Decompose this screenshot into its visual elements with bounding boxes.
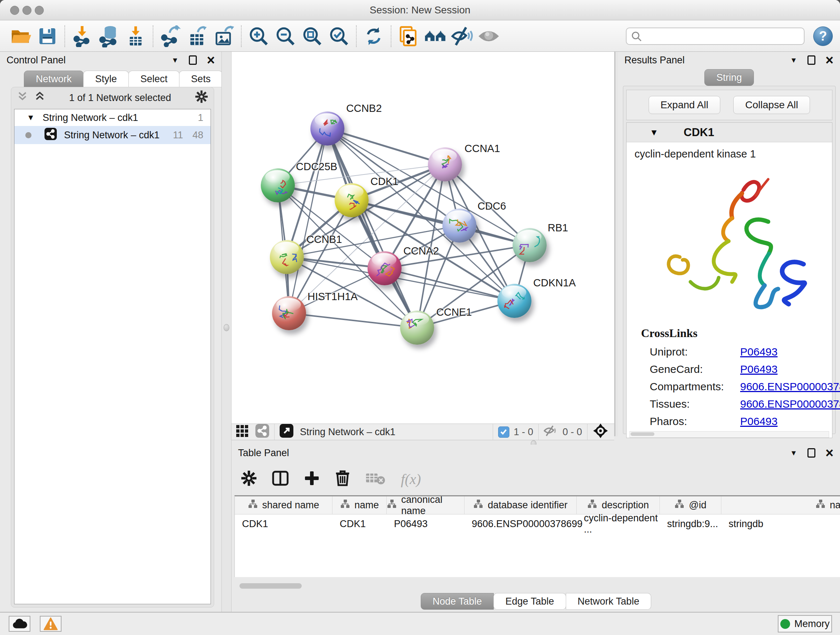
save-session-icon[interactable]	[34, 23, 61, 49]
selected-items-checkbox[interactable]	[498, 426, 509, 438]
delete-column-icon[interactable]	[335, 470, 350, 488]
column-header-database-identifier[interactable]: database identifier	[464, 496, 576, 514]
tab-select[interactable]: Select	[128, 71, 180, 87]
table-cell[interactable]: stringdb:9...	[660, 515, 722, 533]
help-button[interactable]: ?	[813, 27, 833, 46]
network-collection-row[interactable]: ▼ String Network – cdk1 1	[14, 109, 210, 126]
close-panel-icon[interactable]: ×	[207, 53, 215, 67]
new-network-from-selection-icon[interactable]	[395, 23, 422, 49]
show-columns-icon[interactable]	[272, 470, 289, 488]
table-cell[interactable]: cyclin-dependent ...	[576, 515, 660, 533]
crosslink-value-link[interactable]: P06493	[740, 363, 777, 375]
hidden-items-eye-icon[interactable]	[544, 424, 558, 440]
import-network-file-icon[interactable]	[69, 23, 95, 49]
close-panel-icon[interactable]: ×	[826, 53, 834, 67]
network-node[interactable]	[497, 284, 531, 318]
crosslink-value-link[interactable]: P06493	[740, 415, 777, 428]
collapse-all-button[interactable]: Collapse All	[733, 96, 810, 114]
import-table-file-icon[interactable]	[122, 23, 149, 49]
open-session-icon[interactable]	[7, 23, 34, 49]
network-edge[interactable]	[327, 128, 445, 165]
network-node[interactable]	[310, 111, 344, 146]
hide-selected-icon[interactable]	[448, 23, 475, 49]
zoom-selected-icon[interactable]	[325, 23, 352, 49]
close-panel-icon[interactable]: ×	[826, 446, 834, 460]
network-node[interactable]	[261, 168, 295, 203]
expand-all-button[interactable]: Expand All	[649, 96, 720, 114]
network-node[interactable]	[272, 296, 306, 330]
crosslink-value-link[interactable]: 9606.ENSP00000378699	[740, 398, 840, 410]
panel-menu-icon[interactable]: ▼	[790, 449, 797, 457]
entry-expander-icon[interactable]: ▼	[650, 127, 658, 138]
tab-string[interactable]: String	[704, 69, 754, 86]
zoom-in-icon[interactable]	[245, 23, 272, 49]
string-network-badge-icon[interactable]	[256, 424, 269, 440]
column-header-name[interactable]: name	[332, 496, 387, 514]
tab-network-table[interactable]: Network Table	[566, 593, 652, 610]
create-column-icon[interactable]	[304, 470, 320, 488]
crosslink-value-link[interactable]: P06493	[740, 346, 777, 358]
tab-edge-table[interactable]: Edge Table	[493, 593, 566, 610]
collection-expander-icon[interactable]: ▼	[27, 113, 35, 122]
cloud-services-button[interactable]	[9, 616, 30, 632]
birdseye-view-icon[interactable]	[592, 423, 608, 441]
grid-view-icon[interactable]	[236, 424, 249, 440]
warnings-button[interactable]	[40, 616, 62, 632]
zoom-fit-icon[interactable]	[299, 23, 325, 49]
float-panel-icon[interactable]	[807, 448, 815, 458]
show-all-icon[interactable]	[475, 23, 502, 49]
panel-menu-icon[interactable]: ▼	[790, 56, 797, 65]
import-network-database-icon[interactable]	[95, 23, 122, 49]
network-node[interactable]	[400, 310, 434, 345]
network-node[interactable]	[428, 147, 462, 181]
network-edge[interactable]	[289, 128, 327, 313]
network-node[interactable]	[442, 209, 477, 242]
detach-view-icon[interactable]	[279, 424, 294, 440]
delete-table-icon[interactable]	[365, 471, 386, 487]
table-row[interactable]: CDK1CDK1P064939606.ENSP00000378699cyclin…	[235, 515, 840, 533]
export-table-icon[interactable]	[184, 23, 210, 49]
memory-button[interactable]: Memory	[778, 615, 832, 632]
expand-all-networks-icon[interactable]	[34, 91, 45, 105]
network-node[interactable]	[368, 251, 401, 285]
collapse-all-networks-icon[interactable]	[17, 91, 28, 105]
table-settings-gear-icon[interactable]	[241, 470, 257, 488]
tab-style[interactable]: Style	[83, 71, 129, 87]
table-cell[interactable]: P06493	[387, 515, 464, 533]
crosslink-value-link[interactable]: 9606.ENSP00000378699	[740, 380, 840, 393]
column-header-canonical-name[interactable]: canonical name	[387, 496, 464, 514]
function-builder-icon[interactable]: f(x)	[401, 470, 421, 488]
results-horizontal-scrollbar[interactable]	[630, 431, 829, 438]
gene-entry-header[interactable]: ▼ CDK1	[627, 123, 832, 142]
table-cell[interactable]: stringdb	[722, 515, 840, 533]
tab-sets[interactable]: Sets	[179, 71, 223, 87]
right-panel-divider[interactable]	[614, 52, 618, 436]
column-header-namespace[interactable]: namespace	[722, 496, 840, 514]
zoom-out-icon[interactable]	[272, 23, 299, 49]
update-network-icon[interactable]	[360, 23, 387, 49]
column-header-description[interactable]: description	[576, 496, 660, 514]
network-node[interactable]	[270, 240, 304, 274]
export-image-icon[interactable]	[210, 23, 237, 49]
table-cell[interactable]: 9606.ENSP00000378699	[464, 515, 576, 533]
table-horizontal-scrollbar[interactable]	[240, 583, 302, 589]
network-node[interactable]	[513, 228, 546, 262]
tab-node-table[interactable]: Node Table	[421, 593, 494, 610]
first-neighbors-icon[interactable]	[422, 23, 448, 49]
network-row-selected[interactable]: String Network – cdk1 11 48	[14, 126, 210, 144]
table-cell[interactable]: CDK1	[332, 515, 387, 533]
tab-network[interactable]: Network	[24, 71, 84, 87]
left-divider-handle[interactable]	[224, 324, 229, 331]
table-cell[interactable]: CDK1	[235, 515, 332, 533]
left-panel-divider[interactable]	[221, 52, 232, 612]
column-header-shared-name[interactable]: shared name	[235, 496, 332, 514]
panel-menu-icon[interactable]: ▼	[172, 56, 179, 65]
search-input[interactable]	[626, 27, 805, 45]
float-panel-icon[interactable]	[807, 55, 815, 65]
export-network-icon[interactable]	[157, 23, 184, 49]
float-panel-icon[interactable]	[189, 55, 197, 65]
network-options-gear-icon[interactable]	[195, 90, 208, 106]
column-header-@id[interactable]: @id	[660, 496, 722, 514]
network-node[interactable]	[335, 183, 369, 217]
network-canvas[interactable]: CCNB2CCNA1CDC25BCDK1CDC6RB1CCNB1CCNA2CDK…	[232, 52, 614, 424]
